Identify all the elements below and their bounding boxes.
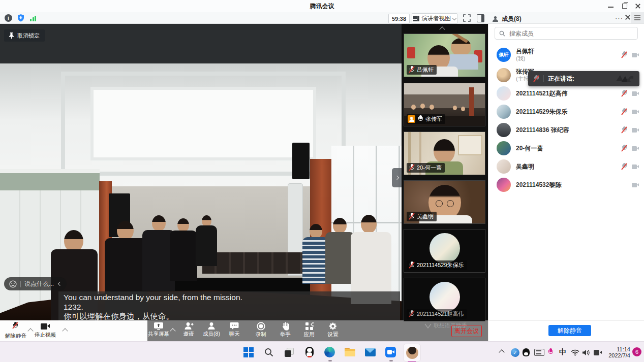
person-3-head xyxy=(152,215,166,232)
tray-qq-icon[interactable] xyxy=(523,348,530,357)
member-name: 2021114836 张纪容 xyxy=(516,126,569,134)
mic-muted-icon[interactable] xyxy=(621,108,627,116)
thumbnail-label: 吕佩轩 xyxy=(407,65,437,75)
panel-title: 成员(8) xyxy=(502,15,522,23)
mic-muted-icon[interactable] xyxy=(621,126,627,134)
minimize-button[interactable] xyxy=(608,7,614,8)
qq-icon[interactable] xyxy=(303,346,316,358)
panel-unmute-button[interactable]: 解除静音 xyxy=(548,325,591,336)
active-app-tile[interactable] xyxy=(403,344,421,361)
file-explorer-icon[interactable] xyxy=(344,346,356,358)
video-thumbnail[interactable]: 2021114521赵高伟 xyxy=(404,278,485,321)
quick-chat-bubble[interactable]: 说点什么... xyxy=(4,277,67,290)
mail-icon[interactable] xyxy=(364,346,377,358)
speaking-indicator-graphics xyxy=(615,74,634,83)
speaker-right xyxy=(292,143,310,179)
thumbnail-label: 吴鑫明 xyxy=(407,212,437,221)
tray-camera-icon[interactable] xyxy=(594,348,602,357)
wifi-icon[interactable] xyxy=(571,348,579,357)
member-row[interactable]: 佩轩 吕佩轩 (我) xyxy=(497,45,639,65)
video-thumbnail[interactable]: 20-何一蔷 xyxy=(404,131,485,175)
members-panel: 佩轩 吕佩轩 (我) 张传军 (主持人... 正在讲话: xyxy=(488,24,644,341)
speaker-view-icon xyxy=(413,16,419,21)
camera-off-icon[interactable] xyxy=(632,91,639,96)
main-video-area: 取消锁定 说点什么... You can understand by your … xyxy=(0,24,402,320)
scroll-up-chevron[interactable] xyxy=(440,26,444,33)
divider xyxy=(543,75,544,82)
camera-off-icon[interactable] xyxy=(632,110,639,114)
share-screen-button[interactable]: 共享屏幕 xyxy=(143,322,174,338)
close-panel-icon[interactable] xyxy=(625,15,630,20)
member-status-icons xyxy=(621,51,639,59)
tray-time: 11:14 xyxy=(606,346,630,352)
notification-badge[interactable]: 6 xyxy=(632,347,641,356)
restore-button[interactable] xyxy=(622,4,627,9)
member-row[interactable]: 2021114529朱保乐 xyxy=(497,104,639,120)
camera-off-icon[interactable] xyxy=(632,53,639,57)
tray-expand-chevron[interactable] xyxy=(500,348,504,357)
ime-icon[interactable]: 中 xyxy=(559,348,566,357)
keyboard-icon[interactable] xyxy=(534,348,544,357)
meeting-app-icon[interactable] xyxy=(384,346,397,358)
collapse-strip-handle[interactable] xyxy=(392,168,402,187)
app-title: 腾讯会议 xyxy=(0,2,644,11)
member-icon xyxy=(492,16,499,22)
windows-start-icon[interactable] xyxy=(242,346,255,358)
camera-off-icon[interactable] xyxy=(632,183,639,187)
mic-muted-icon[interactable] xyxy=(621,163,627,171)
shield-icon[interactable] xyxy=(17,14,25,22)
thumbnail-label: 张传军 xyxy=(407,114,445,124)
participant-name: 吕佩轩 xyxy=(417,66,434,74)
member-name: 20-何一蔷 xyxy=(516,145,543,152)
clock[interactable]: 11:14 2022/7/4 xyxy=(606,346,630,358)
camera-off-icon[interactable] xyxy=(632,146,639,151)
member-row[interactable]: 2021114532黎陈 xyxy=(497,177,639,193)
network-signal-icon[interactable] xyxy=(30,16,37,21)
subtitles: You can understand by your side, from th… xyxy=(58,291,400,320)
unmute-button[interactable]: 解除静音 xyxy=(0,322,32,340)
info-icon[interactable]: i xyxy=(5,14,12,22)
view-mode-label: 演讲者视图 xyxy=(421,15,451,22)
video-thumbnail[interactable]: 张传军 xyxy=(404,83,485,126)
video-thumbnail[interactable]: 吴鑫明 xyxy=(404,180,485,224)
video-thumbnail[interactable]: 吕佩轩 xyxy=(404,34,485,77)
camera-off-icon[interactable] xyxy=(632,164,639,169)
search-input[interactable] xyxy=(508,29,633,38)
speaking-tooltip: 正在讲话: xyxy=(528,71,639,86)
chevron-left-icon[interactable] xyxy=(58,282,62,286)
leave-meeting-button[interactable]: 离开会议 xyxy=(451,325,482,337)
edge-icon[interactable] xyxy=(323,346,336,358)
participant-name: 2021114521赵高伟 xyxy=(417,310,464,318)
tray-security-icon[interactable]: ✓ xyxy=(511,348,519,357)
stop-video-label: 停止视频 xyxy=(29,332,61,339)
mic-muted-icon[interactable] xyxy=(621,90,627,97)
tray-mic-icon[interactable] xyxy=(547,348,554,357)
view-mode-selector[interactable]: 演讲者视图 xyxy=(412,13,457,24)
fullscreen-icon[interactable] xyxy=(463,14,471,22)
video-thumbnail[interactable]: 2021114529朱保乐 xyxy=(404,229,485,273)
menu-icon[interactable] xyxy=(631,12,644,23)
avatar xyxy=(497,159,511,174)
chevron-right-icon xyxy=(394,176,398,180)
member-row[interactable]: 2021114836 张纪容 xyxy=(497,122,639,138)
speaking-label: 正在讲话: xyxy=(548,75,574,83)
avatar xyxy=(497,86,511,101)
close-button[interactable] xyxy=(635,3,641,9)
member-search[interactable] xyxy=(495,27,638,40)
side-panel-icon[interactable] xyxy=(477,14,484,22)
stop-video-button[interactable]: 停止视频 xyxy=(29,322,61,339)
task-view-icon[interactable] xyxy=(283,346,295,358)
mic-muted-icon[interactable] xyxy=(621,51,627,59)
member-row[interactable]: 2021114521赵高伟 xyxy=(497,85,639,102)
volume-icon[interactable] xyxy=(582,348,590,357)
mic-muted-icon[interactable] xyxy=(621,145,627,152)
settings-button[interactable]: 设置 xyxy=(317,322,349,338)
camera-off-icon[interactable] xyxy=(632,128,639,133)
unpin-button[interactable]: 取消锁定 xyxy=(4,29,45,42)
member-row[interactable]: 20-何一蔷 xyxy=(497,140,639,156)
more-icon[interactable]: ··· xyxy=(615,14,623,22)
search-icon[interactable] xyxy=(262,346,275,358)
member-row[interactable]: 吴鑫明 xyxy=(497,158,639,175)
person-4-head xyxy=(177,218,189,232)
member-subtitle: (我) xyxy=(516,55,534,62)
